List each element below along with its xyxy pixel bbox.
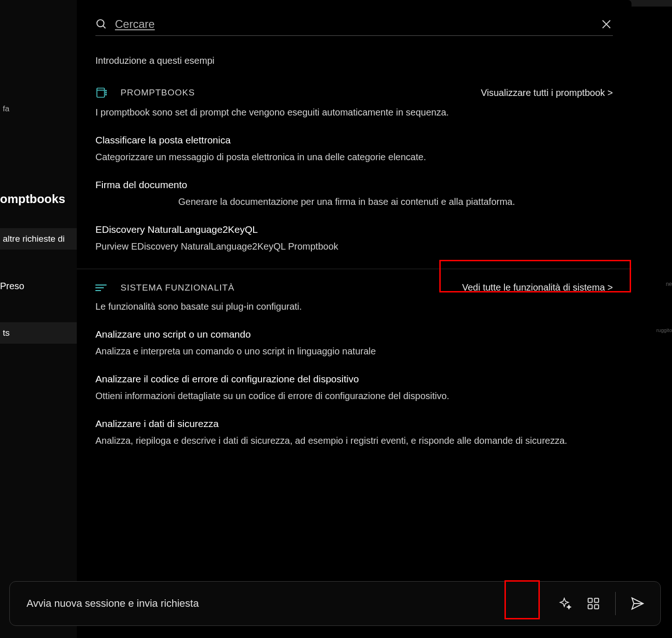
view-all-system-link[interactable]: Vedi tutte le funzionalità di sistema > — [462, 282, 613, 293]
svg-point-8 — [106, 94, 107, 95]
right-fragment-ne: ne — [666, 281, 672, 287]
item-title: Analizzare i dati di sicurezza — [95, 418, 613, 429]
svg-rect-11 — [588, 605, 592, 609]
item-desc: Ottieni informazioni dettagliate su un c… — [95, 389, 613, 402]
svg-line-1 — [103, 26, 105, 28]
promptbooks-title: PROMPTBOOKS — [121, 88, 195, 98]
prompt-bar: Avvia nuova sessione e invia richiesta — [9, 581, 661, 626]
sidebar-item-altre[interactable]: altre richieste di — [0, 228, 77, 250]
svg-rect-10 — [595, 598, 599, 603]
sparkle-button[interactable] — [555, 593, 576, 614]
item-desc: Analizza, riepiloga e descrive i dati di… — [95, 434, 613, 447]
section-divider — [77, 269, 632, 269]
svg-rect-9 — [588, 598, 592, 603]
promptbooks-header: PROMPTBOOKS Visualizzare tutti i promptb… — [95, 87, 613, 99]
search-input[interactable] — [115, 18, 594, 31]
item-title: Analizzare il codice di errore di config… — [95, 373, 613, 385]
system-title: SISTEMA FUNZIONALITÀ — [121, 283, 235, 293]
list-icon — [95, 285, 108, 291]
send-icon — [630, 596, 645, 611]
promptbook-item[interactable]: EDiscovery NaturalLanguage2KeyQL Purview… — [95, 224, 613, 253]
prompt-divider — [615, 592, 616, 615]
sidebar-promptbooks-label: omptbooks — [0, 192, 65, 206]
svg-point-7 — [106, 92, 107, 93]
main-panel: Introduzione a questi esempi PROMPTBOOKS… — [77, 0, 632, 451]
item-desc: Analizza e interpreta un comando o uno s… — [95, 345, 613, 358]
item-desc: Purview EDiscovery NaturalLanguage2KeyQL… — [95, 240, 613, 253]
system-item[interactable]: Analizzare il codice di errore di config… — [95, 373, 613, 402]
sidebar-item-ts[interactable]: ts — [0, 322, 77, 344]
view-all-promptbooks-link[interactable]: Visualizzare tutti i promptbook > — [481, 88, 613, 98]
item-desc: Categorizzare un messaggio di posta elet… — [95, 150, 613, 163]
apps-button[interactable] — [583, 593, 604, 614]
system-item[interactable]: Analizzare i dati di sicurezza Analizza,… — [95, 418, 613, 447]
book-icon — [95, 87, 108, 99]
prompt-input[interactable]: Avvia nuova sessione e invia richiesta — [27, 597, 555, 610]
svg-point-0 — [97, 20, 104, 27]
sparkle-icon — [558, 597, 572, 611]
system-item[interactable]: Analizzare uno script o un comando Anali… — [95, 329, 613, 358]
item-title: Firma del documento — [95, 179, 613, 190]
search-row — [95, 18, 613, 36]
system-desc: Le funzionalità sono basate sui plug-in … — [95, 301, 613, 312]
search-icon — [95, 18, 108, 30]
item-title: Analizzare uno script o un comando — [95, 329, 613, 340]
promptbook-item[interactable]: Classificare la posta elettronica Catego… — [95, 135, 613, 163]
promptbook-item[interactable]: Firma del documento Generare la document… — [95, 179, 613, 208]
promptbooks-desc: I promptbook sono set di prompt che veng… — [95, 107, 613, 118]
apps-icon — [586, 597, 600, 611]
system-header: SISTEMA FUNZIONALITÀ Vedi tutte le funzi… — [95, 282, 613, 293]
item-title: Classificare la posta elettronica — [95, 135, 613, 146]
svg-point-6 — [106, 90, 107, 91]
send-button[interactable] — [627, 593, 648, 614]
sidebar-fragment-fa: fa — [0, 102, 12, 116]
svg-rect-12 — [595, 605, 599, 609]
right-fragment-ruggito: ruggito — [656, 327, 672, 333]
close-icon[interactable] — [600, 18, 613, 31]
svg-rect-4 — [97, 88, 104, 97]
item-title: EDiscovery NaturalLanguage2KeyQL — [95, 224, 613, 235]
item-desc: Generare la documentazione per una firma… — [95, 195, 613, 208]
sidebar-preso-label: Preso — [0, 281, 24, 292]
sidebar: fa omptbooks altre richieste di Preso ts — [0, 0, 77, 638]
intro-text: Introduzione a questi esempi — [95, 55, 613, 66]
